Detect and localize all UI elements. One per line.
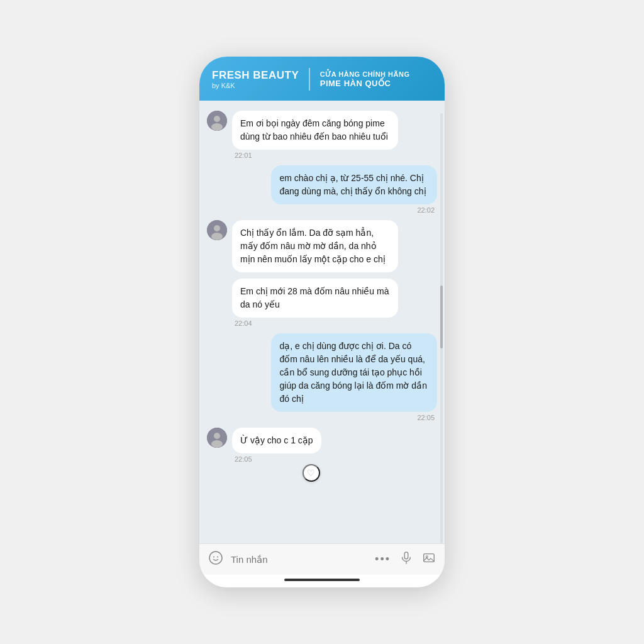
svg-point-10 <box>213 557 214 558</box>
svg-point-9 <box>209 552 222 564</box>
bubble-wrap: em chào chị ạ, từ 25-55 chị nhé. Chị đan… <box>271 165 437 214</box>
avatar <box>207 220 227 240</box>
message-bubble: Em chị mới 28 mà đốm nâu nhiều mà da nó … <box>232 279 398 318</box>
chat-area: Em ơi bọi ngày đêm căng bóng pime dùng t… <box>199 101 445 543</box>
svg-point-1 <box>214 116 220 122</box>
svg-point-8 <box>211 440 223 448</box>
header-divider <box>309 68 310 91</box>
heart-reaction-button[interactable]: ♡ <box>303 464 320 482</box>
emoji-icon[interactable] <box>208 550 223 569</box>
svg-rect-12 <box>404 552 408 559</box>
tagline-line2: PIME HÀN QUỐC <box>320 79 410 88</box>
avatar <box>207 111 227 131</box>
message-row: Ừ vậy cho c 1 cặp 22:05 ♡ <box>207 428 437 482</box>
chat-header: FRESH BEAUTY by K&K CỬA HÀNG CHÍNH HÃNG … <box>199 57 445 101</box>
svg-point-11 <box>217 557 218 558</box>
message-time: 22:01 <box>232 152 398 159</box>
scrollbar-thumb[interactable] <box>440 286 443 348</box>
svg-point-4 <box>214 225 220 231</box>
header-tagline: CỬA HÀNG CHÍNH HÃNG PIME HÀN QUỐC <box>320 70 410 88</box>
message-bubble: Em ơi bọi ngày đêm căng bóng pime dùng t… <box>232 111 398 150</box>
message-time: 22:05 <box>232 455 321 463</box>
svg-point-5 <box>211 233 223 240</box>
bubble-wrap: Chị thấy ổn lắm. Da đỡ sạm hẳn, mấy đốm … <box>232 220 398 272</box>
message-bubble: dạ, e chị dùng được chị ơi. Da có đốm nâ… <box>271 333 437 412</box>
message-time: 22:02 <box>414 206 437 214</box>
svg-point-7 <box>214 433 220 439</box>
tagline-line1: CỬA HÀNG CHÍNH HÃNG <box>320 70 410 79</box>
image-icon[interactable] <box>422 551 436 568</box>
scrollbar-track[interactable] <box>440 113 443 543</box>
bubble-wrap: dạ, e chị dùng được chị ơi. Da có đốm nâ… <box>271 333 437 421</box>
svg-point-15 <box>426 556 428 558</box>
message-row: em chào chị ạ, từ 25-55 chị nhé. Chị đan… <box>207 165 437 214</box>
message-row: Em ơi bọi ngày đêm căng bóng pime dùng t… <box>207 111 437 159</box>
svg-rect-14 <box>424 554 435 562</box>
bubble-wrap: Ừ vậy cho c 1 cặp 22:05 ♡ <box>232 428 321 482</box>
brand-logo: FRESH BEAUTY by K&K <box>212 69 299 89</box>
message-row: Em chị mới 28 mà đốm nâu nhiều mà da nó … <box>207 279 437 327</box>
reaction-area: ♡ <box>232 464 321 482</box>
avatar <box>207 428 227 448</box>
brand-sub: by K&K <box>212 82 299 89</box>
message-bubble: em chào chị ạ, từ 25-55 chị nhé. Chị đan… <box>271 165 437 204</box>
more-options-icon[interactable]: ••• <box>375 553 391 566</box>
home-bar <box>284 579 360 581</box>
svg-point-2 <box>211 123 223 131</box>
heart-icon: ♡ <box>307 468 315 478</box>
home-indicator <box>199 575 445 587</box>
message-input[interactable] <box>231 554 367 565</box>
message-time: 22:05 <box>414 414 437 421</box>
bubble-wrap: Em ơi bọi ngày đêm căng bóng pime dùng t… <box>232 111 398 159</box>
phone-frame: FRESH BEAUTY by K&K CỬA HÀNG CHÍNH HÃNG … <box>199 57 445 587</box>
bubble-wrap: Em chị mới 28 mà đốm nâu nhiều mà da nó … <box>232 279 398 327</box>
message-bubble: Chị thấy ổn lắm. Da đỡ sạm hẳn, mấy đốm … <box>232 220 398 272</box>
input-bar: ••• <box>199 543 445 575</box>
mic-icon[interactable] <box>399 551 413 568</box>
message-time: 22:04 <box>232 319 398 327</box>
message-bubble: Ừ vậy cho c 1 cặp <box>232 428 321 453</box>
brand-name: FRESH BEAUTY <box>212 69 299 82</box>
input-actions: ••• <box>375 551 436 568</box>
message-row: Chị thấy ổn lắm. Da đỡ sạm hẳn, mấy đốm … <box>207 220 437 272</box>
message-row: dạ, e chị dùng được chị ơi. Da có đốm nâ… <box>207 333 437 421</box>
